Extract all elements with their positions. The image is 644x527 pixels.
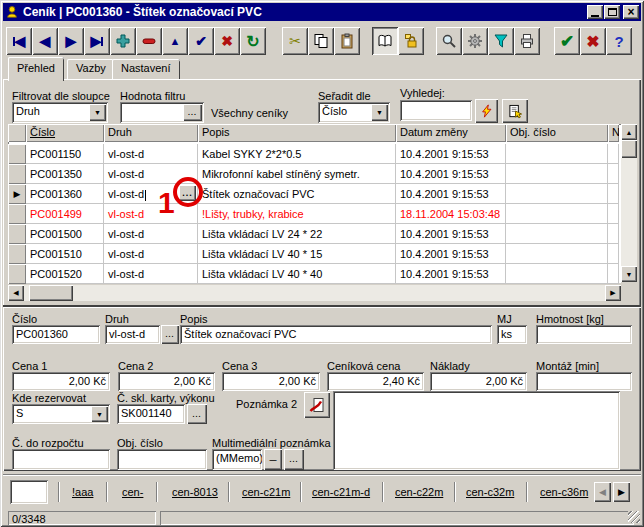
insert-record-button[interactable] <box>110 27 136 55</box>
druh-ellipsis-button[interactable]: ... <box>161 325 179 344</box>
grid-cell[interactable] <box>506 224 608 244</box>
mmemo-clear-button[interactable]: — <box>264 449 282 470</box>
tabs-scroll-left-button[interactable]: ◀ <box>594 482 611 502</box>
kde-combo[interactable]: S ▼ <box>12 404 110 424</box>
splitter[interactable] <box>3 305 641 308</box>
grid-cell[interactable]: 10.4.2001 9:15:53 <box>396 164 506 184</box>
last-record-button[interactable]: ▶ <box>84 27 110 55</box>
grid-cell[interactable]: Lišta vkládací LV 40 * 40 <box>198 264 396 284</box>
grid-cell[interactable]: 10.4.2001 9:15:53 <box>396 224 506 244</box>
grid-cell[interactable]: PC001500 <box>26 224 104 244</box>
grid-cell[interactable] <box>506 204 608 224</box>
sort-combo[interactable]: Číslo ▼ <box>318 102 390 123</box>
book-view-button[interactable] <box>372 27 398 55</box>
grid-cell[interactable] <box>506 144 608 164</box>
chevron-down-icon[interactable]: ▼ <box>91 406 108 422</box>
grid-cell[interactable]: PC001510 <box>26 244 104 264</box>
grid-cell[interactable] <box>506 264 608 284</box>
grid-header-na[interactable]: Ná <box>608 124 619 142</box>
edit-record-button[interactable]: ▲ <box>162 27 188 55</box>
prior-record-button[interactable]: ◀ <box>32 27 58 55</box>
filter-column-combo[interactable]: Druh ▼ <box>12 102 108 123</box>
cena2-field[interactable]: 2,00 Kč <box>118 372 215 391</box>
bottom-tab-aaa[interactable]: !aaa <box>72 486 93 498</box>
refresh-button[interactable]: ↻ <box>240 27 266 55</box>
grid-cell[interactable]: PC001150 <box>26 144 104 164</box>
bottom-tab-cenc22m[interactable]: cen-c22m <box>395 486 443 498</box>
scroll-down-button[interactable]: ▼ <box>621 266 637 282</box>
tab-nastaveni[interactable]: Nastavení <box>112 59 180 80</box>
locate-record-button[interactable] <box>502 99 528 123</box>
cut-button[interactable]: ✂ <box>282 27 308 55</box>
filter-value-ellipsis-button[interactable]: ... <box>183 104 202 121</box>
quick-filter-input[interactable] <box>10 480 48 504</box>
grid-cell[interactable]: 10.4.2001 9:15:53 <box>396 264 506 284</box>
bottom-tab-cenc21md[interactable]: cen-c21m-d <box>312 486 370 498</box>
filter-value-input[interactable]: ... <box>120 102 204 123</box>
scroll-left-button[interactable]: ◀ <box>8 285 24 301</box>
ok-button[interactable]: ✔ <box>554 27 580 55</box>
bottom-tab-cen[interactable]: cen- <box>122 486 143 498</box>
grid-header-cislo[interactable]: Číslo <box>26 124 104 142</box>
grid-cell[interactable]: Mikrofonní kabel stíněný symetr. <box>198 164 396 184</box>
tab-vazby[interactable]: Vazby <box>67 59 115 80</box>
cena1-field[interactable]: 2,00 Kč <box>12 372 110 391</box>
grid-cell[interactable]: PC001499 <box>26 204 104 224</box>
mmemo-ellipsis-button[interactable]: ... <box>284 449 304 470</box>
next-record-button[interactable]: ▶ <box>58 27 84 55</box>
tabs-scroll-right-button[interactable]: ▶ <box>613 482 630 502</box>
bottom-tab-cenc32m[interactable]: cen-c32m <box>466 486 514 498</box>
cenikova-field[interactable]: 2,40 Kč <box>327 372 424 391</box>
lock-button[interactable] <box>398 27 424 55</box>
search-button[interactable] <box>436 27 462 55</box>
sklkarta-field[interactable]: SK001140 <box>117 404 185 424</box>
settings-button[interactable] <box>462 27 488 55</box>
grid-cell[interactable]: Kabel SYKY 2*2*0.5 <box>198 144 396 164</box>
rozpocet-field[interactable] <box>12 449 110 470</box>
print-button[interactable] <box>514 27 540 55</box>
grid-cell[interactable] <box>506 244 608 264</box>
grid-cell[interactable]: 10.4.2001 9:15:53 <box>396 184 506 204</box>
montaz-field[interactable] <box>536 372 632 391</box>
first-record-button[interactable]: ◀ <box>6 27 32 55</box>
grid-cell[interactable]: vl-ost-d <box>104 244 198 264</box>
search-go-button[interactable] <box>475 99 498 123</box>
help-button[interactable]: ? <box>606 27 632 55</box>
bottom-tab-cen8013[interactable]: cen-8013 <box>172 486 218 498</box>
detail-cislo-field[interactable]: PC001360 <box>12 325 100 344</box>
poznamka2-memo[interactable] <box>333 391 620 470</box>
detail-popis-field[interactable]: Štítek označovací PVC <box>180 325 492 344</box>
bottom-tab-cenc36m[interactable]: cen-c36m <box>540 486 588 498</box>
detail-mj-field[interactable]: ks <box>497 325 527 344</box>
chevron-down-icon[interactable]: ▼ <box>89 104 106 121</box>
grid-cell[interactable]: PC001360 <box>26 184 104 204</box>
resize-grip[interactable] <box>628 511 640 523</box>
grid-cell[interactable]: 10.4.2001 9:15:53 <box>396 244 506 264</box>
scroll-right-button[interactable]: ▶ <box>605 285 621 301</box>
grid-cell[interactable] <box>506 184 608 204</box>
grid-cell[interactable]: vl-ost-d <box>104 144 198 164</box>
objcislo-field[interactable] <box>117 449 207 470</box>
post-record-button[interactable]: ✔ <box>188 27 214 55</box>
sklkarta-ellipsis-button[interactable]: ... <box>187 404 207 424</box>
grid-cell[interactable]: Štítek označovací PVC <box>198 184 396 204</box>
close-button[interactable]: × <box>623 5 639 19</box>
grid-cell[interactable]: PC001350 <box>26 164 104 184</box>
vscroll-thumb[interactable] <box>621 140 637 158</box>
detail-druh-field[interactable]: vl-ost-d <box>105 325 160 344</box>
grid-cell[interactable]: !Lišty, trubky, krabice <box>198 204 396 224</box>
mmemo-field[interactable]: (MMemo) <box>212 449 262 470</box>
grid-cell[interactable]: 10.4.2001 9:15:53 <box>396 144 506 164</box>
grid-cell[interactable]: Lišta vkládací LV 40 * 15 <box>198 244 396 264</box>
scroll-up-button[interactable]: ▲ <box>621 124 637 140</box>
grid-header-obj[interactable]: Obj. číslo <box>506 124 608 142</box>
grid-cell[interactable] <box>506 164 608 184</box>
delete-record-button[interactable] <box>136 27 162 55</box>
grid-cell[interactable]: vl-ost-d <box>104 264 198 284</box>
grid-horizontal-scrollbar[interactable]: ◀ ▶ <box>8 285 621 301</box>
filter-button[interactable] <box>488 27 514 55</box>
grid-vertical-scrollbar[interactable]: ▲ ▼ <box>621 124 637 282</box>
maximize-button[interactable] <box>604 5 620 19</box>
naklady-field[interactable]: 2,00 Kč <box>430 372 527 391</box>
paste-button[interactable] <box>334 27 360 55</box>
